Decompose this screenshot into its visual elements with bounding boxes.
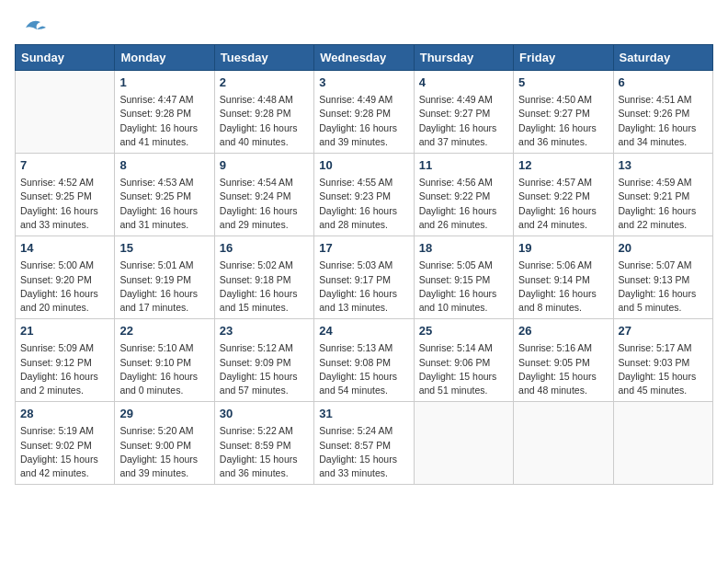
- day-number: 10: [319, 157, 408, 174]
- sunset-text: Sunset: 9:25 PM: [119, 190, 209, 203]
- day-info: Sunrise: 4:51 AMSunset: 9:26 PMDaylight:…: [619, 93, 708, 149]
- sunrise-text: Sunrise: 4:52 AM: [20, 176, 109, 190]
- sunset-text: Sunset: 9:28 PM: [220, 107, 309, 121]
- calendar-cell: 22Sunrise: 5:10 AMSunset: 9:10 PMDayligh…: [115, 319, 214, 402]
- day-number: 15: [119, 240, 209, 257]
- day-number: 14: [20, 240, 109, 257]
- sunset-text: Sunset: 9:02 PM: [20, 439, 109, 453]
- sunset-text: Sunset: 9:26 PM: [619, 107, 708, 121]
- day-info: Sunrise: 5:13 AMSunset: 9:08 PMDaylight:…: [319, 341, 408, 397]
- day-info: Sunrise: 5:24 AMSunset: 8:57 PMDaylight:…: [319, 424, 408, 480]
- day-info: Sunrise: 5:01 AMSunset: 9:19 PMDaylight:…: [119, 259, 209, 315]
- sunset-text: Sunset: 9:27 PM: [419, 107, 508, 121]
- sunset-text: Sunset: 9:18 PM: [220, 273, 309, 287]
- daylight-line2: and 33 minutes.: [319, 466, 408, 480]
- daylight-line2: and 26 minutes.: [419, 218, 508, 232]
- sunrise-text: Sunrise: 5:06 AM: [518, 259, 608, 272]
- sunset-text: Sunset: 9:24 PM: [220, 190, 309, 203]
- sunrise-text: Sunrise: 5:20 AM: [119, 424, 209, 438]
- sunrise-text: Sunrise: 4:55 AM: [319, 176, 408, 190]
- sunrise-text: Sunrise: 5:17 AM: [619, 341, 708, 355]
- sunrise-text: Sunrise: 5:03 AM: [319, 259, 408, 272]
- day-info: Sunrise: 4:52 AMSunset: 9:25 PMDaylight:…: [20, 176, 109, 232]
- day-number: 20: [619, 240, 708, 257]
- weekday-header-row: SundayMondayTuesdayWednesdayThursdayFrid…: [16, 45, 713, 71]
- daylight-line1: Daylight: 16 hours: [419, 121, 508, 135]
- calendar-cell: 28Sunrise: 5:19 AMSunset: 9:02 PMDayligh…: [16, 402, 115, 485]
- daylight-line2: and 57 minutes.: [220, 384, 309, 397]
- calendar-week-3: 14Sunrise: 5:00 AMSunset: 9:20 PMDayligh…: [16, 236, 713, 319]
- daylight-line1: Daylight: 16 hours: [119, 287, 209, 301]
- sunset-text: Sunset: 9:06 PM: [419, 356, 508, 370]
- sunset-text: Sunset: 9:19 PM: [119, 273, 209, 287]
- daylight-line2: and 36 minutes.: [220, 466, 309, 480]
- day-info: Sunrise: 5:22 AMSunset: 8:59 PMDaylight:…: [220, 424, 309, 480]
- daylight-line1: Daylight: 16 hours: [220, 204, 309, 218]
- daylight-line2: and 29 minutes.: [220, 218, 309, 232]
- sunset-text: Sunset: 9:12 PM: [20, 356, 109, 370]
- day-number: 21: [20, 323, 109, 339]
- calendar-cell: 20Sunrise: 5:07 AMSunset: 9:13 PMDayligh…: [613, 236, 712, 319]
- daylight-line1: Daylight: 16 hours: [419, 204, 508, 218]
- daylight-line2: and 41 minutes.: [119, 135, 209, 149]
- sunset-text: Sunset: 9:14 PM: [518, 273, 608, 287]
- sunset-text: Sunset: 9:23 PM: [319, 190, 408, 203]
- calendar-week-4: 21Sunrise: 5:09 AMSunset: 9:12 PMDayligh…: [16, 319, 713, 402]
- calendar-cell: [16, 71, 115, 154]
- daylight-line2: and 17 minutes.: [119, 301, 209, 315]
- daylight-line2: and 15 minutes.: [220, 301, 309, 315]
- calendar-cell: 15Sunrise: 5:01 AMSunset: 9:19 PMDayligh…: [115, 236, 214, 319]
- logo: [15, 15, 48, 37]
- sunset-text: Sunset: 8:59 PM: [220, 439, 309, 453]
- day-info: Sunrise: 4:57 AMSunset: 9:22 PMDaylight:…: [518, 176, 608, 232]
- daylight-line2: and 8 minutes.: [518, 301, 608, 315]
- day-number: 31: [319, 406, 408, 422]
- day-number: 9: [220, 157, 309, 174]
- daylight-line2: and 36 minutes.: [518, 135, 608, 149]
- daylight-line1: Daylight: 16 hours: [20, 370, 109, 384]
- sunrise-text: Sunrise: 5:14 AM: [419, 341, 508, 355]
- calendar-cell: 27Sunrise: 5:17 AMSunset: 9:03 PMDayligh…: [613, 319, 712, 402]
- calendar-cell: 7Sunrise: 4:52 AMSunset: 9:25 PMDaylight…: [16, 154, 115, 236]
- calendar-cell: 4Sunrise: 4:49 AMSunset: 9:27 PMDaylight…: [414, 71, 513, 154]
- daylight-line1: Daylight: 16 hours: [518, 204, 608, 218]
- calendar-cell: [613, 402, 712, 485]
- weekday-monday: Monday: [115, 45, 214, 71]
- daylight-line1: Daylight: 15 hours: [220, 453, 309, 466]
- calendar-cell: 18Sunrise: 5:05 AMSunset: 9:15 PMDayligh…: [414, 236, 513, 319]
- weekday-wednesday: Wednesday: [314, 45, 414, 71]
- day-number: 29: [119, 406, 209, 422]
- sunset-text: Sunset: 9:17 PM: [319, 273, 408, 287]
- day-info: Sunrise: 4:50 AMSunset: 9:27 PMDaylight:…: [518, 93, 608, 149]
- daylight-line1: Daylight: 16 hours: [220, 121, 309, 135]
- daylight-line1: Daylight: 16 hours: [220, 287, 309, 301]
- daylight-line2: and 5 minutes.: [619, 301, 708, 315]
- day-number: 4: [419, 75, 508, 91]
- calendar-cell: 8Sunrise: 4:53 AMSunset: 9:25 PMDaylight…: [115, 154, 214, 236]
- daylight-line1: Daylight: 16 hours: [119, 204, 209, 218]
- daylight-line2: and 40 minutes.: [220, 135, 309, 149]
- daylight-line1: Daylight: 16 hours: [319, 121, 408, 135]
- daylight-line1: Daylight: 15 hours: [119, 453, 209, 466]
- day-info: Sunrise: 4:49 AMSunset: 9:28 PMDaylight:…: [319, 93, 408, 149]
- day-info: Sunrise: 4:54 AMSunset: 9:24 PMDaylight:…: [220, 176, 309, 232]
- sunrise-text: Sunrise: 4:56 AM: [419, 176, 508, 190]
- sunset-text: Sunset: 9:20 PM: [20, 273, 109, 287]
- calendar-cell: 19Sunrise: 5:06 AMSunset: 9:14 PMDayligh…: [514, 236, 613, 319]
- calendar-cell: 5Sunrise: 4:50 AMSunset: 9:27 PMDaylight…: [514, 71, 613, 154]
- daylight-line2: and 22 minutes.: [619, 218, 708, 232]
- day-info: Sunrise: 5:07 AMSunset: 9:13 PMDaylight:…: [619, 259, 708, 315]
- daylight-line2: and 39 minutes.: [119, 466, 209, 480]
- daylight-line2: and 37 minutes.: [419, 135, 508, 149]
- daylight-line2: and 48 minutes.: [518, 384, 608, 397]
- sunrise-text: Sunrise: 5:01 AM: [119, 259, 209, 272]
- day-number: 25: [419, 323, 508, 339]
- day-number: 8: [119, 157, 209, 174]
- day-number: 23: [220, 323, 309, 339]
- daylight-line1: Daylight: 16 hours: [619, 287, 708, 301]
- daylight-line2: and 39 minutes.: [319, 135, 408, 149]
- weekday-tuesday: Tuesday: [214, 45, 313, 71]
- daylight-line2: and 33 minutes.: [20, 218, 109, 232]
- calendar-cell: 23Sunrise: 5:12 AMSunset: 9:09 PMDayligh…: [214, 319, 313, 402]
- sunset-text: Sunset: 9:08 PM: [319, 356, 408, 370]
